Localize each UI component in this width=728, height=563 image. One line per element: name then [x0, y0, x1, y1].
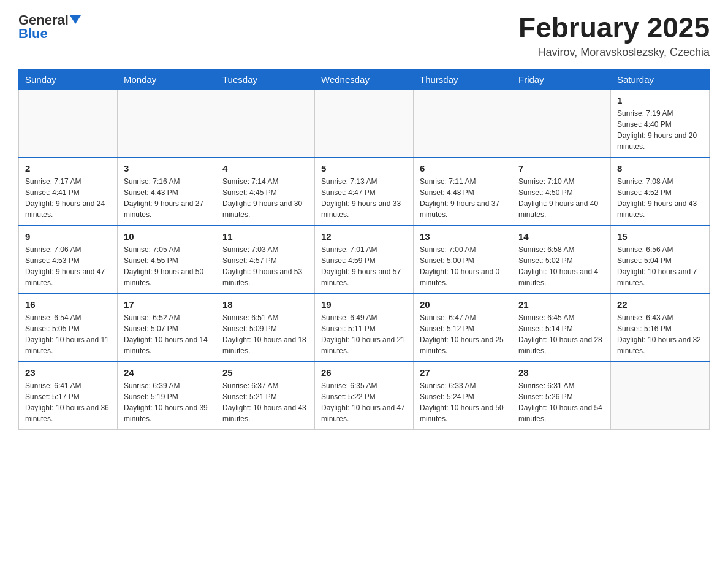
calendar-cell-w4-d4: 19Sunrise: 6:49 AMSunset: 5:11 PMDayligh…	[315, 294, 414, 362]
calendar-cell-w3-d1: 9Sunrise: 7:06 AMSunset: 4:53 PMDaylight…	[19, 226, 118, 294]
day-info-23: Sunrise: 6:41 AMSunset: 5:17 PMDaylight:…	[25, 380, 111, 424]
day-info-13: Sunrise: 7:00 AMSunset: 5:00 PMDaylight:…	[420, 244, 506, 288]
day-info-8: Sunrise: 7:08 AMSunset: 4:52 PMDaylight:…	[617, 176, 703, 220]
calendar-cell-w3-d7: 15Sunrise: 6:56 AMSunset: 5:04 PMDayligh…	[611, 226, 710, 294]
calendar-cell-w3-d2: 10Sunrise: 7:05 AMSunset: 4:55 PMDayligh…	[118, 226, 216, 294]
day-info-24: Sunrise: 6:39 AMSunset: 5:19 PMDaylight:…	[124, 380, 210, 424]
day-info-17: Sunrise: 6:52 AMSunset: 5:07 PMDaylight:…	[124, 312, 210, 356]
calendar-cell-w2-d5: 6Sunrise: 7:11 AMSunset: 4:48 PMDaylight…	[414, 158, 512, 226]
day-info-18: Sunrise: 6:51 AMSunset: 5:09 PMDaylight:…	[222, 312, 308, 356]
day-number-1: 1	[617, 95, 703, 105]
calendar-cell-w5-d4: 26Sunrise: 6:35 AMSunset: 5:22 PMDayligh…	[315, 362, 414, 430]
weekday-header-sunday: Sunday	[19, 69, 118, 90]
day-number-8: 8	[617, 163, 703, 174]
day-number-7: 7	[518, 163, 604, 174]
calendar-cell-w4-d6: 21Sunrise: 6:45 AMSunset: 5:14 PMDayligh…	[512, 294, 611, 362]
calendar-cell-w1-d7: 1Sunrise: 7:19 AMSunset: 4:40 PMDaylight…	[611, 90, 710, 158]
day-info-5: Sunrise: 7:13 AMSunset: 4:47 PMDaylight:…	[321, 176, 407, 220]
calendar-cell-w2-d3: 4Sunrise: 7:14 AMSunset: 4:45 PMDaylight…	[216, 158, 315, 226]
calendar-table: SundayMondayTuesdayWednesdayThursdayFrid…	[18, 69, 710, 430]
day-number-9: 9	[25, 231, 111, 242]
day-info-6: Sunrise: 7:11 AMSunset: 4:48 PMDaylight:…	[420, 176, 506, 220]
calendar-cell-w1-d2	[118, 90, 216, 158]
calendar-cell-w2-d4: 5Sunrise: 7:13 AMSunset: 4:47 PMDaylight…	[315, 158, 414, 226]
month-title: February 2025	[518, 12, 710, 44]
week-row-5: 23Sunrise: 6:41 AMSunset: 5:17 PMDayligh…	[19, 362, 710, 430]
calendar-cell-w5-d2: 24Sunrise: 6:39 AMSunset: 5:19 PMDayligh…	[118, 362, 216, 430]
day-number-10: 10	[124, 231, 210, 242]
week-row-2: 2Sunrise: 7:17 AMSunset: 4:41 PMDaylight…	[19, 158, 710, 226]
day-info-28: Sunrise: 6:31 AMSunset: 5:26 PMDaylight:…	[518, 380, 604, 424]
day-number-25: 25	[222, 367, 308, 378]
day-info-26: Sunrise: 6:35 AMSunset: 5:22 PMDaylight:…	[321, 380, 407, 424]
calendar-cell-w1-d1	[19, 90, 118, 158]
day-number-11: 11	[222, 231, 308, 242]
weekday-header-wednesday: Wednesday	[315, 69, 414, 90]
day-info-27: Sunrise: 6:33 AMSunset: 5:24 PMDaylight:…	[420, 380, 506, 424]
day-info-1: Sunrise: 7:19 AMSunset: 4:40 PMDaylight:…	[617, 108, 703, 152]
calendar-cell-w3-d6: 14Sunrise: 6:58 AMSunset: 5:02 PMDayligh…	[512, 226, 611, 294]
logo-triangle-icon	[70, 15, 81, 24]
day-number-19: 19	[321, 299, 407, 310]
calendar-cell-w4-d5: 20Sunrise: 6:47 AMSunset: 5:12 PMDayligh…	[414, 294, 512, 362]
location-text: Havirov, Moravskoslezsky, Czechia	[518, 46, 710, 59]
logo-blue-text: Blue	[18, 26, 48, 42]
day-info-4: Sunrise: 7:14 AMSunset: 4:45 PMDaylight:…	[222, 176, 308, 220]
calendar-cell-w3-d3: 11Sunrise: 7:03 AMSunset: 4:57 PMDayligh…	[216, 226, 315, 294]
calendar-cell-w2-d1: 2Sunrise: 7:17 AMSunset: 4:41 PMDaylight…	[19, 158, 118, 226]
calendar-cell-w5-d3: 25Sunrise: 6:37 AMSunset: 5:21 PMDayligh…	[216, 362, 315, 430]
weekday-header-monday: Monday	[118, 69, 216, 90]
week-row-3: 9Sunrise: 7:06 AMSunset: 4:53 PMDaylight…	[19, 226, 710, 294]
day-info-3: Sunrise: 7:16 AMSunset: 4:43 PMDaylight:…	[124, 176, 210, 220]
calendar-cell-w5-d5: 27Sunrise: 6:33 AMSunset: 5:24 PMDayligh…	[414, 362, 512, 430]
day-number-26: 26	[321, 367, 407, 378]
day-number-13: 13	[420, 231, 506, 242]
day-info-21: Sunrise: 6:45 AMSunset: 5:14 PMDaylight:…	[518, 312, 604, 356]
day-number-22: 22	[617, 299, 703, 310]
calendar-cell-w2-d7: 8Sunrise: 7:08 AMSunset: 4:52 PMDaylight…	[611, 158, 710, 226]
title-area: February 2025 Havirov, Moravskoslezsky, …	[518, 12, 710, 59]
calendar-cell-w3-d5: 13Sunrise: 7:00 AMSunset: 5:00 PMDayligh…	[414, 226, 512, 294]
day-number-4: 4	[222, 163, 308, 174]
calendar-cell-w1-d6	[512, 90, 611, 158]
day-number-23: 23	[25, 367, 111, 378]
day-number-14: 14	[518, 231, 604, 242]
day-number-16: 16	[25, 299, 111, 310]
day-info-7: Sunrise: 7:10 AMSunset: 4:50 PMDaylight:…	[518, 176, 604, 220]
weekday-header-friday: Friday	[512, 69, 611, 90]
calendar-cell-w1-d3	[216, 90, 315, 158]
week-row-1: 1Sunrise: 7:19 AMSunset: 4:40 PMDaylight…	[19, 90, 710, 158]
day-number-12: 12	[321, 231, 407, 242]
calendar-cell-w1-d4	[315, 90, 414, 158]
day-info-14: Sunrise: 6:58 AMSunset: 5:02 PMDaylight:…	[518, 244, 604, 288]
day-info-22: Sunrise: 6:43 AMSunset: 5:16 PMDaylight:…	[617, 312, 703, 356]
calendar-cell-w3-d4: 12Sunrise: 7:01 AMSunset: 4:59 PMDayligh…	[315, 226, 414, 294]
calendar-cell-w1-d5	[414, 90, 512, 158]
day-number-20: 20	[420, 299, 506, 310]
day-number-2: 2	[25, 163, 111, 174]
calendar-cell-w2-d6: 7Sunrise: 7:10 AMSunset: 4:50 PMDaylight…	[512, 158, 611, 226]
calendar-cell-w4-d1: 16Sunrise: 6:54 AMSunset: 5:05 PMDayligh…	[19, 294, 118, 362]
day-info-25: Sunrise: 6:37 AMSunset: 5:21 PMDaylight:…	[222, 380, 308, 424]
weekday-header-saturday: Saturday	[611, 69, 710, 90]
day-number-21: 21	[518, 299, 604, 310]
day-info-16: Sunrise: 6:54 AMSunset: 5:05 PMDaylight:…	[25, 312, 111, 356]
day-info-2: Sunrise: 7:17 AMSunset: 4:41 PMDaylight:…	[25, 176, 111, 220]
day-number-27: 27	[420, 367, 506, 378]
calendar-cell-w4-d3: 18Sunrise: 6:51 AMSunset: 5:09 PMDayligh…	[216, 294, 315, 362]
day-info-10: Sunrise: 7:05 AMSunset: 4:55 PMDaylight:…	[124, 244, 210, 288]
day-info-9: Sunrise: 7:06 AMSunset: 4:53 PMDaylight:…	[25, 244, 111, 288]
calendar-cell-w4-d7: 22Sunrise: 6:43 AMSunset: 5:16 PMDayligh…	[611, 294, 710, 362]
day-number-3: 3	[124, 163, 210, 174]
logo: General Blue	[18, 12, 81, 42]
day-info-15: Sunrise: 6:56 AMSunset: 5:04 PMDaylight:…	[617, 244, 703, 288]
day-info-20: Sunrise: 6:47 AMSunset: 5:12 PMDaylight:…	[420, 312, 506, 356]
day-number-6: 6	[420, 163, 506, 174]
page-header: General Blue February 2025 Havirov, Mora…	[18, 12, 710, 59]
week-row-4: 16Sunrise: 6:54 AMSunset: 5:05 PMDayligh…	[19, 294, 710, 362]
day-number-18: 18	[222, 299, 308, 310]
weekday-header-row: SundayMondayTuesdayWednesdayThursdayFrid…	[19, 69, 710, 90]
day-info-19: Sunrise: 6:49 AMSunset: 5:11 PMDaylight:…	[321, 312, 407, 356]
day-info-12: Sunrise: 7:01 AMSunset: 4:59 PMDaylight:…	[321, 244, 407, 288]
weekday-header-tuesday: Tuesday	[216, 69, 315, 90]
